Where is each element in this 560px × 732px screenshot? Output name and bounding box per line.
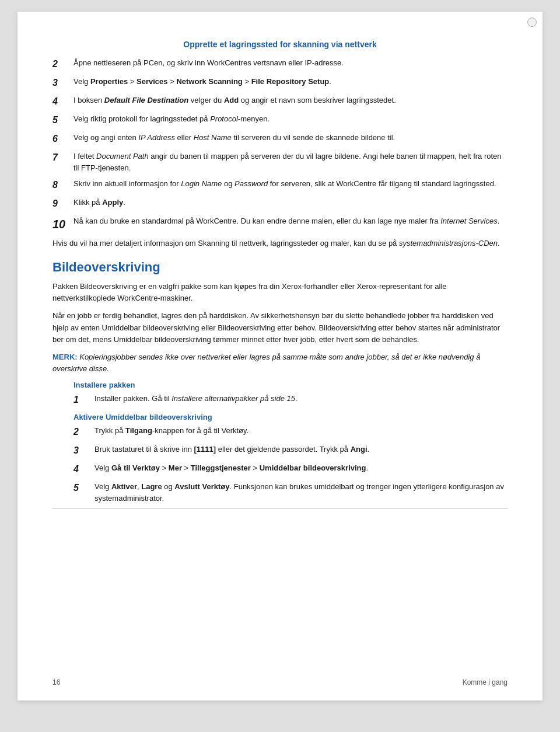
sub-heading-2: Aktivere Umiddelbar bildeoverskriving [74,413,508,421]
list-item: 5Velg riktig protokoll for lagringsstede… [52,113,508,127]
step-text: I boksen Default File Destination velger… [74,95,508,106]
footer-section: Komme i gang [463,678,508,686]
list-item: 6Velg og angi enten IP Address eller Hos… [52,132,508,146]
step-text: Velg og angi enten IP Address eller Host… [74,132,508,144]
list-item: 9Klikk på Apply. [52,197,508,211]
merk-block: MERK: Kopieringsjobber sendes ikke over … [52,351,508,375]
step-text: Velg Properties > Services > Network Sca… [74,76,508,88]
step-text: Nå kan du bruke en standardmal på WorkCe… [74,215,508,227]
sub-heading-1: Installere pakken [74,381,508,389]
list-item: 1Installer pakken. Gå til Installere alt… [52,393,508,407]
list-item: 2Trykk på Tilgang-knappen for å gå til V… [52,425,508,439]
step-number: 5 [52,113,74,127]
step-number: 9 [52,197,74,211]
list-item: 3Bruk tastaturet til å skrive inn [1111]… [52,444,508,458]
blue-heading: Bildeoverskriving [52,260,508,275]
list-item: 10Nå kan du bruke en standardmal på Work… [52,215,508,233]
step-number: 4 [74,462,94,476]
para2: Når en jobb er ferdig behandlet, lagres … [52,310,508,345]
footer-divider [52,508,508,509]
list-item: 3Velg Properties > Services > Network Sc… [52,76,508,90]
step-text: Skriv inn aktuell informasjon for Login … [74,178,508,190]
extra-para: Hvis du vil ha mer detaljert informasjon… [52,238,508,249]
step-number: 3 [74,444,94,458]
circle-decoration [527,18,537,27]
list-item: 2Åpne nettleseren på PCen, og skriv inn … [52,57,508,71]
page: Opprette et lagringssted for skanning vi… [18,12,542,700]
step-text: Velg Aktiver, Lagre og Avslutt Verktøy. … [94,481,508,504]
step-number: 2 [74,425,94,439]
list-item: 7I feltet Document Path angir du banen t… [52,151,508,173]
sub-steps-1-list: 1Installer pakken. Gå til Installere alt… [52,393,508,407]
sub-steps-2-list: 2Trykk på Tilgang-knappen for å gå til V… [52,425,508,504]
para1: Pakken Bildeoverskriving er en valgfri p… [52,281,508,304]
step-text: I feltet Document Path angir du banen ti… [74,151,508,173]
step-number: 4 [52,95,74,109]
step-text: Åpne nettleseren på PCen, og skriv inn W… [74,57,508,69]
step-number: 10 [52,215,74,233]
merk-text: Kopieringsjobber sendes ikke over nettve… [52,353,480,373]
merk-label: MERK: [52,353,78,361]
step-number: 2 [52,57,74,71]
section-heading: Opprette et lagringssted for skanning vi… [52,40,508,49]
step-text: Klikk på Apply. [74,197,508,208]
footer: 16 Komme i gang [52,678,508,686]
step-text: Velg riktig protokoll for lagringsstedet… [74,113,508,125]
step-text: Velg Gå til Verktøy > Mer > Tilleggstjen… [94,462,508,474]
step-number: 6 [52,132,74,146]
step-text: Trykk på Tilgang-knappen for å gå til Ve… [94,425,508,437]
step-number: 5 [74,481,94,495]
list-item: 8Skriv inn aktuell informasjon for Login… [52,178,508,192]
list-item: 5Velg Aktiver, Lagre og Avslutt Verktøy.… [52,481,508,504]
list-item: 4Velg Gå til Verktøy > Mer > Tilleggstje… [52,462,508,476]
footer-page-number: 16 [52,678,60,686]
step-number: 8 [52,178,74,192]
step-number: 7 [52,151,74,165]
step-number: 1 [74,393,94,407]
main-steps-list: 2Åpne nettleseren på PCen, og skriv inn … [52,57,508,233]
step-text: Bruk tastaturet til å skrive inn [1111] … [94,444,508,455]
list-item: 4I boksen Default File Destination velge… [52,95,508,109]
step-text: Installer pakken. Gå til Installere alte… [94,393,508,405]
step-number: 3 [52,76,74,90]
